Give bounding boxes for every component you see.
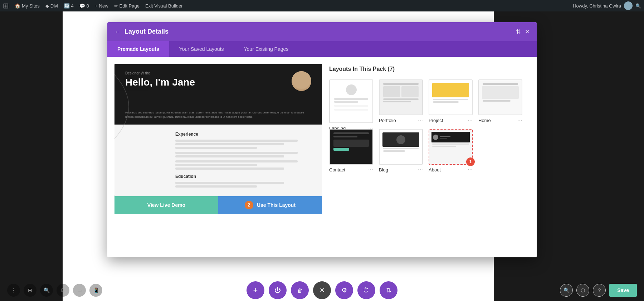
layout-item-landing[interactable]: Landing ⋯ <box>329 79 373 123</box>
layouts-grid: Landing ⋯ <box>329 79 522 173</box>
exp-line-2 <box>175 143 284 145</box>
view-live-demo-button[interactable]: View Live Demo <box>114 196 218 214</box>
layers-icon[interactable]: ⬡ <box>576 284 589 297</box>
home-icon: 🏠 <box>15 3 20 9</box>
add-section-button[interactable]: + <box>247 281 264 299</box>
bottom-bar: ⋮ ⊞ 🔍 🖥 ▭ 📱 + ⏻ 🗑 ✕ ⚙ ⏱ ⇅ 🔍 ⬡ ? Save <box>0 280 644 301</box>
modal-header-icons: ⇅ ✕ <box>516 28 530 35</box>
layout-menu-blog[interactable]: ⋯ <box>418 167 423 173</box>
tab-premade-layouts[interactable]: Premade Layouts <box>107 41 169 57</box>
preview-panel: Designer @ the Hello, I'm Jane Faucibus … <box>114 64 322 250</box>
modal-header-left: ← Layout Details <box>114 28 169 35</box>
layout-label-row-project: Project ⋯ <box>429 117 473 123</box>
history-button[interactable]: ⏱ <box>357 281 375 299</box>
layout-label-project: Project <box>429 118 443 123</box>
comments-link[interactable]: 💬 0 <box>79 3 89 9</box>
layout-menu-about[interactable]: ⋯ <box>468 167 473 173</box>
layout-item-project[interactable]: Project ⋯ <box>429 79 473 123</box>
layouts-panel: Layouts In This Pack (7) <box>322 64 530 250</box>
exp-line-1 <box>175 140 298 142</box>
layout-menu-contact[interactable]: ⋯ <box>368 167 373 173</box>
search-icon[interactable]: 🔍 <box>635 3 641 9</box>
edit-icon: ✏ <box>114 3 118 9</box>
layout-item-contact[interactable]: Contact ⋯ <box>329 129 373 173</box>
avatar-face <box>292 71 311 91</box>
layout-menu-home[interactable]: ⋯ <box>517 117 522 123</box>
new-link[interactable]: + New <box>95 3 108 9</box>
layout-label-home: Home <box>478 118 491 123</box>
exp-line-8 <box>175 168 284 170</box>
layouts-title: Layouts In This Pack (7) <box>329 64 522 72</box>
user-avatar[interactable] <box>624 1 633 10</box>
grid-icon[interactable]: ⊞ <box>24 284 36 297</box>
comments-icon: 💬 <box>79 3 85 9</box>
save-button[interactable]: Save <box>609 284 637 297</box>
back-button[interactable]: ← <box>114 29 120 35</box>
plus-icon: + <box>95 3 98 9</box>
modal-header: ← Layout Details ⇅ ✕ <box>107 22 537 41</box>
exp-line-7 <box>175 164 257 166</box>
experience-title: Experience <box>175 132 311 137</box>
page-background: ← Layout Details ⇅ ✕ Premade Layouts You… <box>0 11 644 301</box>
divi-link[interactable]: ◆ Divi <box>45 3 58 9</box>
settings-icon[interactable]: ⋮ <box>7 284 20 297</box>
layout-label-blog: Blog <box>379 167 388 173</box>
layout-item-portfolio[interactable]: Portfolio ⋯ <box>379 79 423 123</box>
my-sites-link[interactable]: 🏠 My Sites <box>15 3 40 9</box>
exp-line-5 <box>175 155 284 157</box>
exit-visual-builder-link[interactable]: Exit Visual Builder <box>145 3 183 9</box>
edit-page-link[interactable]: ✏ Edit Page <box>114 3 140 9</box>
tab-saved-layouts[interactable]: Your Saved Layouts <box>169 41 234 57</box>
help-icon[interactable]: ? <box>593 284 606 297</box>
howdy-text: Howdy, Christina Gwira <box>573 3 621 9</box>
modal-overlay: ← Layout Details ⇅ ✕ Premade Layouts You… <box>0 11 644 301</box>
layout-item-about[interactable]: 1 About ⋯ <box>429 129 473 173</box>
layout-thumb-project <box>429 79 473 115</box>
layout-item-blog[interactable]: Blog ⋯ <box>379 129 423 173</box>
about-selected-badge: 1 <box>466 157 475 166</box>
modal-title: Layout Details <box>125 28 169 35</box>
sort-button[interactable]: ⇅ <box>380 281 397 299</box>
wp-logo-icon[interactable]: ⊞ <box>3 1 9 10</box>
updates-icon: 🔄 <box>64 3 70 9</box>
admin-bar-right: Howdy, Christina Gwira 🔍 <box>573 1 641 10</box>
use-layout-badge: 2 <box>245 201 253 209</box>
delete-button[interactable]: 🗑 <box>291 281 309 299</box>
use-this-layout-button[interactable]: 2 Use This Layout <box>218 196 322 214</box>
experience-section: Experience Education <box>175 132 311 188</box>
desktop-icon[interactable]: 🖥 <box>57 284 69 297</box>
exp-line-6 <box>175 160 298 162</box>
preview-buttons: View Live Demo 2 Use This Layout <box>114 196 322 214</box>
close-icon[interactable]: ✕ <box>525 28 530 35</box>
layout-item-home[interactable]: Home ⋯ <box>478 79 522 123</box>
gear-button[interactable]: ⚙ <box>335 281 353 299</box>
layout-thumb-contact <box>329 129 373 165</box>
layout-label-contact: Contact <box>329 167 345 173</box>
admin-bar: ⊞ 🏠 My Sites ◆ Divi 🔄 4 💬 0 + New ✏ Edit… <box>0 0 644 11</box>
search-right-icon[interactable]: 🔍 <box>560 284 573 297</box>
layout-label-row-home: Home ⋯ <box>478 117 522 123</box>
preview-body: Experience Education <box>114 125 322 196</box>
edu-line-1 <box>175 182 284 184</box>
power-button[interactable]: ⏻ <box>269 281 287 299</box>
layout-menu-project[interactable]: ⋯ <box>468 117 473 123</box>
search-small-icon[interactable]: 🔍 <box>40 284 53 297</box>
education-section: Education <box>175 174 311 188</box>
curve-decoration <box>114 71 182 178</box>
layout-menu-portfolio[interactable]: ⋯ <box>418 117 423 123</box>
mobile-icon[interactable]: 📱 <box>89 284 102 297</box>
tablet-icon[interactable]: ▭ <box>73 284 86 297</box>
exp-line-4 <box>175 152 298 154</box>
close-button[interactable]: ✕ <box>313 281 331 299</box>
divi-icon: ◆ <box>45 3 49 9</box>
preview-avatar <box>292 71 311 91</box>
layout-label-about: About <box>429 167 441 173</box>
layout-thumb-blog <box>379 129 423 165</box>
layout-label-portfolio: Portfolio <box>379 118 396 123</box>
tab-existing-pages[interactable]: Your Existing Pages <box>234 41 299 57</box>
layout-label-row-contact: Contact ⋯ <box>329 167 373 173</box>
use-layout-label: Use This Layout <box>257 202 296 208</box>
modal-body: Designer @ the Hello, I'm Jane Faucibus … <box>107 57 537 257</box>
sort-icon[interactable]: ⇅ <box>516 28 521 35</box>
updates-link[interactable]: 🔄 4 <box>64 3 74 9</box>
